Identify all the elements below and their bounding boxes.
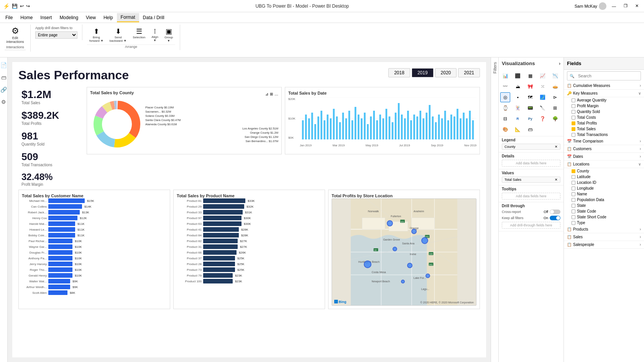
locations-collapse[interactable]: ∨: [638, 162, 641, 166]
map-container[interactable]: Norwalk Fullerton Anaheim Orange Garden …: [332, 198, 476, 306]
field-county[interactable]: County: [564, 168, 644, 174]
checkbox-type[interactable]: [572, 221, 575, 225]
values-total-sales-remove[interactable]: ✕: [555, 178, 558, 182]
vis-icon-stacked-bar[interactable]: ⬛: [513, 71, 523, 81]
field-section-salespeople[interactable]: 📋 Salespeople ›: [564, 241, 644, 249]
year-2020[interactable]: 2020: [435, 68, 457, 77]
vis-icon-slicer[interactable]: 🔪: [538, 103, 548, 113]
checkbox-total-profits[interactable]: [572, 121, 575, 125]
details-drop-area[interactable]: Add data fields here: [502, 160, 560, 167]
donut-expand-icon[interactable]: ⊞: [270, 92, 273, 96]
vis-icon-decomp[interactable]: 🌳: [550, 114, 560, 124]
group-button[interactable]: ▣ Group ▼: [162, 26, 175, 44]
field-population-data[interactable]: Population Data: [564, 197, 644, 203]
align-button[interactable]: ⫶ Align ▼: [149, 26, 161, 44]
sidebar-report-icon[interactable]: 📄: [0, 61, 8, 70]
map-dot-2[interactable]: [411, 229, 417, 234]
map-dot-7[interactable]: [426, 274, 430, 278]
field-section-customers[interactable]: 📋 Customers ›: [564, 145, 644, 153]
menu-data-drill[interactable]: Data / Drill: [139, 13, 168, 22]
checkbox-total-transactions[interactable]: [572, 133, 575, 137]
vis-icon-scatter[interactable]: ⁙: [538, 82, 548, 92]
field-average-quantity[interactable]: Average Quantity: [564, 97, 644, 103]
key-measures-collapse[interactable]: ∨: [638, 91, 641, 95]
salespeople-expand[interactable]: ›: [640, 242, 641, 247]
sidebar-data-icon[interactable]: 🗃: [0, 73, 8, 82]
vis-icon-100pct-bar[interactable]: ▦: [525, 71, 535, 81]
cumulative-expand[interactable]: ›: [640, 84, 641, 88]
vis-icon-card[interactable]: 🃏: [513, 103, 523, 113]
map-dot-1[interactable]: [387, 220, 393, 226]
quick-access-undo[interactable]: ↩: [20, 3, 24, 9]
drill-filter-dropdown[interactable]: Entire page: [35, 31, 77, 39]
vis-icon-map[interactable]: 🗺: [525, 92, 535, 102]
vis-panel-expand[interactable]: ›: [559, 61, 560, 66]
checkbox-profit-margin[interactable]: [572, 104, 575, 108]
vis-icon-area[interactable]: ⛰: [513, 82, 523, 92]
field-name[interactable]: Name: [564, 191, 644, 197]
field-state[interactable]: State: [564, 203, 644, 208]
dates-expand[interactable]: ›: [640, 154, 641, 159]
vis-icon-choropleth[interactable]: 🗾: [538, 92, 548, 102]
customers-expand[interactable]: ›: [640, 147, 641, 151]
field-total-sales[interactable]: Total Sales: [564, 126, 644, 132]
field-section-products[interactable]: 📋 Products ›: [564, 226, 644, 233]
map-dot-6[interactable]: [407, 263, 412, 268]
field-quantity-sold[interactable]: Quantity Sold: [564, 109, 644, 115]
field-longitude[interactable]: Longitude: [564, 185, 644, 191]
fields-search-input[interactable]: [576, 72, 638, 79]
restore-button[interactable]: ❐: [621, 3, 630, 9]
menu-modeling[interactable]: Modeling: [56, 13, 82, 22]
year-2018[interactable]: 2018: [388, 68, 410, 77]
vis-icon-analytics[interactable]: 📐: [513, 124, 523, 134]
checkbox-population-data[interactable]: [572, 198, 575, 202]
year-2021[interactable]: 2021: [458, 68, 480, 77]
cross-report-track[interactable]: [550, 210, 560, 214]
vis-icon-stacked-col[interactable]: 📉: [550, 71, 560, 81]
vis-icon-clustered-col[interactable]: 📈: [538, 71, 548, 81]
field-section-sales[interactable]: 📋 Sales ›: [564, 233, 644, 241]
filters-label[interactable]: Filters: [491, 61, 499, 75]
minimize-button[interactable]: —: [610, 3, 618, 9]
field-section-locations[interactable]: 📋 Locations ∨: [564, 161, 644, 168]
field-total-transactions[interactable]: Total Transactions: [564, 132, 644, 138]
field-latitude[interactable]: Latitude: [564, 174, 644, 180]
quick-access-save[interactable]: 💾: [12, 3, 18, 9]
vis-icon-format[interactable]: 🎨: [500, 124, 510, 134]
sales-expand[interactable]: ›: [640, 235, 641, 239]
drillthrough-drop-area[interactable]: Add drill-through fields here: [502, 222, 560, 229]
menu-home[interactable]: Home: [16, 13, 36, 22]
vis-icon-line[interactable]: 〰: [500, 82, 510, 92]
menu-help[interactable]: Help: [100, 13, 117, 22]
close-button[interactable]: ✕: [633, 3, 641, 9]
vis-icon-pie[interactable]: 🥧: [550, 82, 560, 92]
vis-icon-ribbon[interactable]: 🎀: [525, 82, 535, 92]
field-total-profits[interactable]: Total Profits: [564, 120, 644, 126]
vis-icon-treemap[interactable]: ▪: [513, 92, 523, 102]
vis-icon-r[interactable]: R: [513, 114, 523, 124]
vis-icon-gauge[interactable]: ⌚: [500, 103, 510, 113]
field-state-code[interactable]: State Code: [564, 208, 644, 214]
field-type[interactable]: Type: [564, 220, 644, 226]
vis-icon-python[interactable]: Py: [525, 114, 535, 124]
selection-button[interactable]: ☰ Selection: [130, 26, 148, 44]
vis-icon-donut[interactable]: ◎: [500, 92, 510, 102]
vis-icon-qna[interactable]: ❓: [538, 114, 548, 124]
checkbox-qty-sold[interactable]: [572, 110, 575, 114]
map-dot-4[interactable]: [393, 247, 397, 251]
vis-icon-kpi[interactable]: 📟: [525, 103, 535, 113]
keep-filters-track[interactable]: [550, 216, 560, 220]
field-profit-margin[interactable]: Profit Margin: [564, 103, 644, 109]
year-2019[interactable]: 2019: [412, 68, 434, 77]
donut-more-icon[interactable]: …: [274, 92, 278, 96]
quick-access-redo[interactable]: ↪: [26, 3, 30, 9]
menu-insert[interactable]: Insert: [36, 13, 56, 22]
cross-report-toggle[interactable]: Off: [544, 210, 560, 214]
checkbox-longitude[interactable]: [572, 187, 575, 190]
vis-icon-matrix[interactable]: ⊟: [500, 114, 510, 124]
legend-county-remove[interactable]: ✕: [555, 145, 558, 149]
checkbox-total-costs[interactable]: [572, 116, 575, 120]
checkbox-name[interactable]: [572, 192, 575, 196]
products-expand[interactable]: ›: [640, 227, 641, 231]
tooltips-drop-area[interactable]: Add data fields here: [502, 193, 560, 200]
